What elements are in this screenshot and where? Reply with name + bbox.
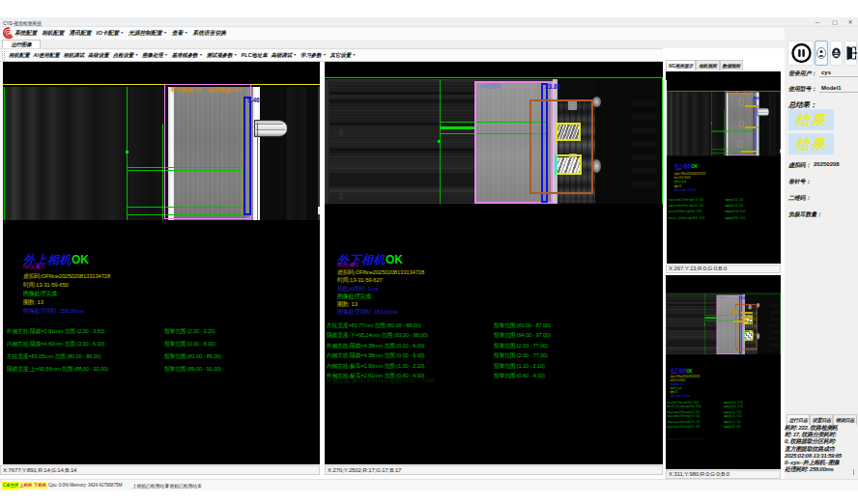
camera-panel-lower[interactable]: AI检测框 23.80 外下相机OK NG光栅:0 虚拟码:OFfline202… xyxy=(666,275,781,469)
minimize-button[interactable]: ─ xyxy=(810,17,825,27)
toolbar-item-3[interactable]: 相机调试 xyxy=(64,52,85,59)
close-button[interactable]: ✕ xyxy=(843,17,858,27)
operator-button[interactable] xyxy=(830,41,843,66)
alarm-range-text: 报警范围:(89.00 - 91.00) xyxy=(164,365,221,374)
operator-icon xyxy=(831,42,842,65)
toolbar-item-6[interactable]: 图像处理▼ xyxy=(142,52,168,59)
cpu-memory-text: Cpu: 0.0% Memory: 3424.41796875M xyxy=(48,483,122,488)
ng-annotation-mark xyxy=(737,141,742,148)
log-box[interactable]: 耗时: 222, 纹路检测耗时: 17, 纹路分类耗时:0, 纹路提取分区耗时:… xyxy=(785,425,858,483)
info-line-3: 相机AI用时: 1ms xyxy=(337,285,424,293)
weld-yellow-box-2 xyxy=(555,154,582,175)
toolbar-item-1[interactable]: 相机配置 xyxy=(9,52,30,59)
measurement-text: 外侧左枕-隔膜=2.91mm 范围:(2.00 - 3.50) xyxy=(669,198,703,202)
log-tab-1[interactable]: 运行日志 xyxy=(786,414,810,425)
dropdown-arrow-icon: ▼ xyxy=(294,53,297,57)
alarm-range-text: 报警范围:(81.00 - 85.00) xyxy=(164,352,221,361)
measurement-text: 外侧左枕-隔膜=2.91mm 范围:(2.00 - 3.50) xyxy=(7,327,104,336)
toolbar-item-8[interactable]: 测试项参数▼ xyxy=(207,52,238,59)
info-line-1: 虚拟码:OFfline20250208133134728 xyxy=(23,272,110,281)
measurement-text: 左枕宽度=83.77mm 范围:(82.00 - 88.00) xyxy=(667,401,699,405)
camera-panel-lower[interactable]: AI检测框 23.80 外下相机OK NG光栅:0 虚拟码:OFfline202… xyxy=(325,62,663,464)
info-block-upper: 虚拟码:OFfline20250208133134728时间:13-31-59-… xyxy=(674,172,705,197)
measurement-text: 外侧左枕-隔膜=4.38mm 范围:(0.00 - 9.00) xyxy=(327,342,424,350)
ng-count-lower: NG光栅:0 xyxy=(337,262,358,267)
measurement-text: 隔膜宽度-下=95.24mm 范围:(93.00 - 98.00) xyxy=(667,406,701,409)
toolbar-item-5[interactable]: 点检设置▼ xyxy=(113,52,139,59)
menu-item-2[interactable]: 相机配置 xyxy=(42,29,64,38)
cam-top-status: 上相机已检测结束 xyxy=(132,483,169,489)
measurement-text: 左枕宽度=83.05mm 范围:(80.00 - 86.00) xyxy=(7,352,100,361)
alarm-range-text: 报警范围:(89.00 - 91.00) xyxy=(725,216,745,220)
menu-item-5[interactable]: 光源控制配置▼ xyxy=(129,29,167,38)
camera-panel-upper[interactable]: 平均阈值:93，动态阈值:100 5.46 外上相机OK NG光栅:1 虚拟码:… xyxy=(666,71,781,264)
ng-thumbnail-lower[interactable]: AI检测框 23.80 外下相机OK NG光栅:0 虚拟码:OFfline202… xyxy=(666,275,781,469)
menu-item-3[interactable]: 通讯配置 xyxy=(69,29,91,38)
threshold-label: 平均阈值:93，动态阈值:100 xyxy=(727,92,753,96)
info-block-lower: 虚拟码:OFfline20250208133134728时间:13-31-59-… xyxy=(670,375,700,398)
info-block-lower: 虚拟码:OFfline20250208133134728时间:13-31-59-… xyxy=(337,268,424,317)
exit-door-icon xyxy=(845,42,858,65)
app-window: CYS-视觉检测系统 ─ ▢ ✕ 系统配置相机配置通讯配置IO卡配置▼光源控制配… xyxy=(0,0,858,504)
threshold-label: 平均阈值:93，动态阈值:100 xyxy=(170,86,243,95)
login-user-button[interactable] xyxy=(815,41,828,66)
toolbar-grip-icon xyxy=(2,51,5,60)
virtual-code-label: 虚拟码： xyxy=(788,161,811,170)
menu-item-1[interactable]: 系统配置 xyxy=(14,29,37,38)
toolbar-item-2[interactable]: AI使用配置 xyxy=(34,52,60,59)
roi-orange-box xyxy=(735,304,757,350)
toolbar-item-7[interactable]: 基准线参数▼ xyxy=(172,52,203,59)
camera-panel-upper[interactable]: 平均阈值:93，动态阈值:100 5.46 外上相机OK NG光栅:1 虚拟码:… xyxy=(0,62,320,464)
menu-item-4[interactable]: IO卡配置▼ xyxy=(97,29,124,38)
ng-annotation-mark xyxy=(739,121,744,127)
thumb-tab-2[interactable]: 相机视图 xyxy=(696,60,719,70)
alarm-range-text: 报警范围:(2.00 - 77.00) xyxy=(724,410,742,414)
status-xy-thumb-lower: X:311;Y:980;R:0;G:0;B:0 xyxy=(666,470,781,479)
measurement-text: 左枕宽度=83.77mm 范围:(82.00 - 88.00) xyxy=(327,322,420,330)
info-line-6: 图像处理用时: 258.00ms xyxy=(674,192,705,196)
model-value: Model1 xyxy=(821,85,842,91)
thumb-tab-1[interactable]: NG视图显示 xyxy=(666,60,696,70)
login-value: cys xyxy=(821,70,831,75)
roi-pink-box xyxy=(164,84,251,219)
ng-annotation-mark xyxy=(741,317,753,319)
measurement-text: 隔膜宽度-上=90.56mm 范围:(88.00 - 92.00) xyxy=(7,365,108,374)
info-line-6: 图像处理用时: 258.00ms xyxy=(23,316,110,324)
toolbar-item-4[interactable]: 高级设置 xyxy=(88,52,109,59)
measurement-text: 外侧左枕-隔膜=4.38mm 范围:(0.00 - 9.00) xyxy=(667,410,700,414)
alarm-range-text: 报警范围:(2.20 - 3.20) xyxy=(164,327,215,336)
log-line-3: 0, 纹路提取分区耗时: xyxy=(785,438,858,445)
alarm-range-text: 报警范围:(2.00 - 77.00) xyxy=(494,351,548,360)
login-label: 登录用户： xyxy=(788,70,816,78)
log-tab-2[interactable]: 设置日志 xyxy=(810,414,833,425)
alarm-range-text: 报警范围:(2.00 - 77.00) xyxy=(494,342,548,350)
alarm-range-text: 报警范围:(1.10 - 2.10) xyxy=(724,420,741,424)
status-xy-thumb-upper: X:267;Y:13;R:0;G:0;B:0 xyxy=(666,265,781,273)
log-line-7: 处理耗时: 258.00ms xyxy=(785,466,858,473)
measurement-text: 左枕宽度=83.05mm 范围:(80.00 - 86.00) xyxy=(669,210,702,214)
thumb-tab-3[interactable]: 数据视图 xyxy=(720,60,743,70)
info-line-5: 圈数: 13 xyxy=(337,300,424,308)
window-title: CYS-视觉检测系统 xyxy=(3,20,42,26)
menu-item-6[interactable]: 查看▼ xyxy=(172,29,188,38)
status-xy-lower: X:270;Y:2502;R:17;G:17;B:17 xyxy=(325,465,663,475)
ng-thumbnail-upper[interactable]: 平均阈值:93，动态阈值:100 5.46 外上相机OK NG光栅:1 虚拟码:… xyxy=(666,71,781,264)
exit-button[interactable] xyxy=(844,41,857,66)
toolbar-item-12[interactable]: 其它设置▼ xyxy=(330,52,357,59)
tab-run-image[interactable]: 运行图像 xyxy=(2,40,41,48)
toolbar-item-10[interactable]: 高级调试▼ xyxy=(272,52,298,59)
log-scrollbar[interactable] xyxy=(853,469,854,475)
log-line-5: 2025:02:08-13:31:59:65 xyxy=(785,453,858,460)
log-tab-3[interactable]: 错误日志 xyxy=(833,414,856,425)
maximize-button[interactable]: ▢ xyxy=(827,17,843,27)
dropdown-arrow-icon: ▼ xyxy=(164,53,167,57)
toolbar-item-11[interactable]: 学习参数▼ xyxy=(300,52,327,59)
alarm-range-text: 报警范围:(94.00 - 97.00) xyxy=(494,331,551,340)
pause-button[interactable] xyxy=(787,41,814,66)
menu-item-7[interactable]: 系统语言切换 xyxy=(192,29,226,38)
toolbar-item-9[interactable]: PLC地址库 xyxy=(242,52,268,59)
info-line-4: 图像处理完成 xyxy=(337,293,424,300)
info-line-1: 虚拟码:OFfline20250208133134728 xyxy=(337,268,424,276)
dropdown-arrow-icon: ▼ xyxy=(121,31,124,35)
ai-box-label: AI检测框 xyxy=(478,82,501,91)
